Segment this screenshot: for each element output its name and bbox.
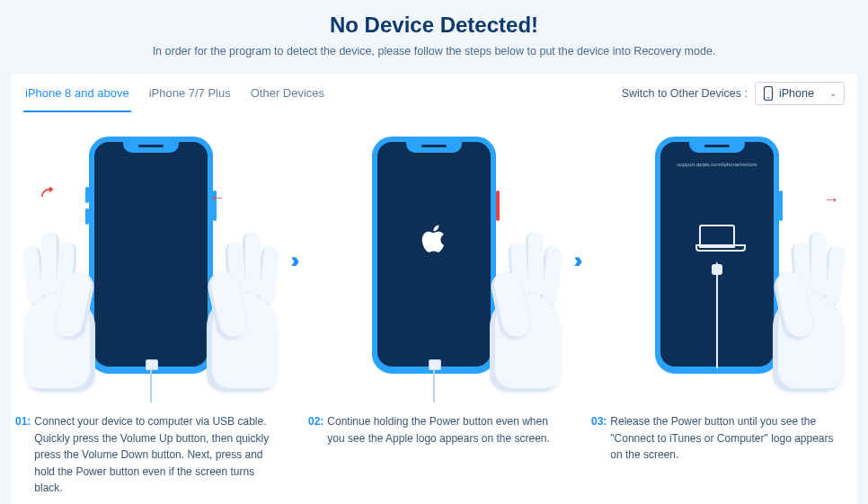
header: No Device Detected! In order for the pro…	[0, 0, 868, 65]
double-chevron-icon: ››	[291, 248, 295, 273]
recovery-url-text: support.apple.com/iphone/restore	[677, 162, 757, 167]
svg-rect-1	[767, 97, 770, 98]
step-1-number: 01:	[15, 413, 31, 497]
page-title: No Device Detected!	[0, 13, 868, 38]
release-right-arrow-icon: →	[823, 190, 839, 209]
laptop-icon	[699, 225, 735, 248]
step-3-number: 03:	[591, 413, 607, 464]
step-2-number: 02:	[308, 413, 323, 447]
step-1-text: 01: Connect your device to computer via …	[15, 413, 276, 497]
phone-icon	[763, 86, 774, 101]
step-2: 02: Continue holding the Power button ev…	[317, 135, 551, 447]
device-select[interactable]: iPhone ⌄	[755, 82, 845, 105]
step-3-desc: Release the Power button until you see t…	[610, 413, 843, 464]
step-1-illustration: ←	[34, 135, 268, 386]
tab-iphone-8-above[interactable]: iPhone 8 and above	[23, 74, 131, 112]
step-1: ← 01: Connect your device to computer vi…	[34, 135, 268, 497]
apple-logo-icon	[421, 225, 447, 257]
device-tabs: iPhone 8 and above iPhone 7/7 Plus Other…	[23, 74, 326, 112]
topbar: iPhone 8 and above iPhone 7/7 Plus Other…	[11, 74, 857, 113]
arrow-between-1: ››	[291, 135, 295, 386]
step-2-text: 02: Continue holding the Power button ev…	[308, 413, 560, 447]
arrow-between-2: ››	[573, 135, 577, 386]
step-2-desc: Continue holding the Power button even w…	[327, 413, 560, 447]
phone-illustration	[372, 137, 496, 372]
step-1-desc: Connect your device to computer via USB …	[34, 413, 276, 497]
phone-illustration	[89, 137, 213, 372]
step-2-illustration	[317, 135, 551, 386]
rotate-arrow-icon	[40, 187, 59, 211]
page-subtitle: In order for the program to detect the d…	[0, 45, 868, 57]
double-chevron-icon: ››	[573, 248, 577, 273]
tab-other-devices[interactable]: Other Devices	[249, 74, 326, 112]
switch-label: Switch to Other Devices :	[622, 87, 748, 100]
phone-illustration: support.apple.com/iphone/restore ▲	[655, 137, 779, 372]
instruction-card: iPhone 8 and above iPhone 7/7 Plus Other…	[11, 74, 857, 504]
tab-iphone-7[interactable]: iPhone 7/7 Plus	[147, 74, 233, 112]
device-select-value: iPhone	[779, 87, 814, 100]
step-3-illustration: support.apple.com/iphone/restore ▲ →	[600, 135, 834, 386]
chevron-down-icon: ⌄	[829, 88, 837, 98]
step-3-text: 03: Release the Power button until you s…	[591, 413, 843, 464]
step-3: support.apple.com/iphone/restore ▲ → 03:…	[600, 135, 834, 464]
steps-row: ← 01: Connect your device to computer vi…	[11, 113, 857, 500]
press-left-arrow-icon: ←	[208, 189, 225, 208]
cable-icon	[716, 275, 718, 368]
